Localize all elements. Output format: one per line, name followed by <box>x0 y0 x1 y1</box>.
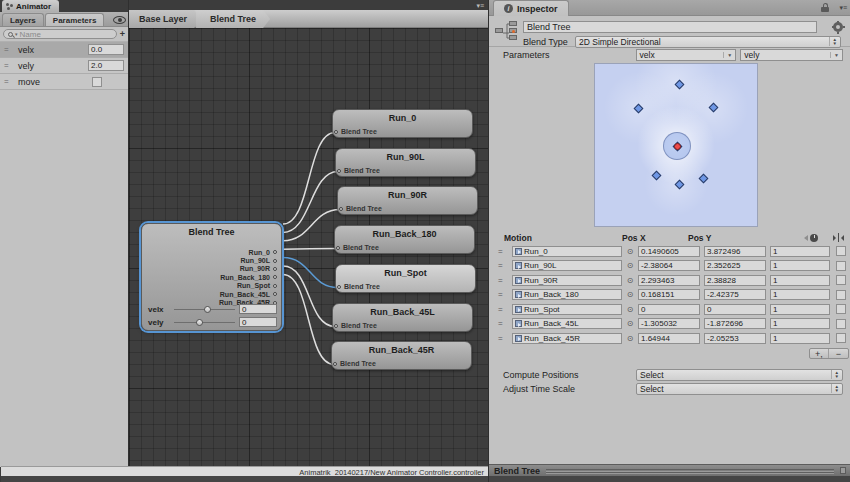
drag-handle-icon[interactable]: = <box>498 319 512 328</box>
mirror-checkbox[interactable] <box>836 290 846 300</box>
motion-clip-field[interactable]: Run_Spot <box>512 304 622 315</box>
node-output-Run_90R[interactable]: Run_90R <box>219 265 277 273</box>
slider-value-field[interactable]: 0 <box>239 304 277 314</box>
drag-handle-icon[interactable]: = <box>498 334 512 343</box>
motion-row-Run_0[interactable]: =Run_0⊙0.14906053.8724961 <box>498 244 849 259</box>
tab-animator[interactable]: Animator <box>2 0 59 12</box>
motion-row-Run_Back_45L[interactable]: =Run_Back_45L⊙-1.305032-1.8726961 <box>498 317 849 332</box>
pos-y-field[interactable]: -2.42375 <box>704 289 766 300</box>
drag-handle-icon[interactable]: = <box>498 247 512 256</box>
mirror-checkbox[interactable] <box>836 246 846 256</box>
panel-menu-icon[interactable]: ▾≡ <box>476 2 484 10</box>
motion-row-Run_Back_45R[interactable]: =Run_Back_45R⊙1.64944-2.052531 <box>498 331 849 346</box>
node-output-Run_Spot[interactable]: Run_Spot <box>219 282 277 290</box>
add-parameter-button[interactable]: + <box>120 29 125 39</box>
preview-header-bar[interactable]: Blend Tree <box>489 464 850 476</box>
blend-point-Run_90R[interactable] <box>709 103 719 113</box>
motion-clip-field[interactable]: Run_Back_45L <box>512 318 622 329</box>
motion-row-Run_90L[interactable]: =Run_90L⊙-2.380642.3526251 <box>498 259 849 274</box>
input-pin-icon[interactable] <box>339 207 343 211</box>
pos-x-field[interactable]: -1.305032 <box>638 318 700 329</box>
pos-y-field[interactable]: -2.05253 <box>704 333 766 344</box>
motion-node-Run_Back_180[interactable]: Run_Back_180Blend Tree <box>334 225 475 254</box>
mirror-checkbox[interactable] <box>836 333 846 343</box>
input-pin-icon[interactable] <box>333 362 337 366</box>
parameter-value-field[interactable]: 2.0 <box>88 60 124 71</box>
pos-x-field[interactable]: 2.293463 <box>638 275 700 286</box>
motion-clip-field[interactable]: Run_90L <box>512 260 622 271</box>
node-output-Run_90L[interactable]: Run_90L <box>219 256 277 264</box>
breadcrumb-blend-tree[interactable]: Blend Tree <box>196 10 270 28</box>
drag-handle-icon[interactable]: = <box>4 77 14 86</box>
motion-node-Run_Spot[interactable]: Run_SpotBlend Tree <box>335 264 476 293</box>
pos-x-field[interactable]: 1.64944 <box>638 333 700 344</box>
object-picker-icon[interactable]: ⊙ <box>622 319 638 328</box>
object-picker-icon[interactable]: ⊙ <box>622 290 638 299</box>
drag-handle-icon[interactable]: = <box>4 61 14 70</box>
tab-parameters[interactable]: Parameters <box>45 13 105 26</box>
motion-clip-field[interactable]: Run_Back_180 <box>512 289 622 300</box>
speed-field[interactable]: 1 <box>770 289 830 300</box>
parameter-y-dropdown[interactable]: vely ▼ <box>740 49 843 61</box>
motion-node-Run_90L[interactable]: Run_90LBlend Tree <box>335 148 476 177</box>
motion-node-Run_0[interactable]: Run_0Blend Tree <box>332 109 473 138</box>
drag-handle-icon[interactable]: = <box>4 45 14 54</box>
drag-handle-icon[interactable]: = <box>498 261 512 270</box>
node-output-Run_Back_45L[interactable]: Run_Back_45L <box>219 290 277 298</box>
input-pin-icon[interactable] <box>334 324 338 328</box>
pos-y-field[interactable]: 0 <box>704 304 766 315</box>
speed-field[interactable]: 1 <box>770 304 830 315</box>
motion-row-Run_90R[interactable]: =Run_90R⊙2.2934632.388281 <box>498 273 849 288</box>
parameter-x-dropdown[interactable]: velx ▼ <box>636 49 737 61</box>
blend-point-Run_Back_45L[interactable] <box>651 171 661 181</box>
pos-x-field[interactable]: -2.38064 <box>638 260 700 271</box>
compute-positions-dropdown[interactable]: Select ▲▼ <box>636 369 843 381</box>
blend-tree-name-field[interactable]: Blend Tree <box>523 21 817 33</box>
mirror-checkbox[interactable] <box>836 304 846 314</box>
mirror-checkbox[interactable] <box>836 261 846 271</box>
output-pin-icon[interactable] <box>273 250 277 254</box>
pos-x-field[interactable]: 0 <box>638 304 700 315</box>
blend-tree-node[interactable]: Blend Tree Run_0Run_90LRun_90RRun_Back_1… <box>141 223 282 331</box>
output-pin-icon[interactable] <box>273 267 277 271</box>
graph-canvas[interactable]: Blend Tree Run_0Run_90LRun_90RRun_Back_1… <box>129 28 489 466</box>
blend-space-preview[interactable] <box>594 63 758 227</box>
tab-layers[interactable]: Layers <box>2 13 44 26</box>
resize-grip-icon[interactable] <box>840 467 846 474</box>
drag-handle-icon[interactable]: = <box>498 305 512 314</box>
input-pin-icon[interactable] <box>334 130 338 134</box>
motion-node-Run_Back_45L[interactable]: Run_Back_45LBlend Tree <box>332 303 473 332</box>
mirror-checkbox[interactable] <box>836 319 846 329</box>
blend-point-Run_Back_45R[interactable] <box>698 174 708 184</box>
node-output-Run_0[interactable]: Run_0 <box>219 248 277 256</box>
motion-row-Run_Back_180[interactable]: =Run_Back_180⊙0.168151-2.423751 <box>498 288 849 303</box>
speed-field[interactable]: 1 <box>770 318 830 329</box>
adjust-time-scale-dropdown[interactable]: Select ▲▼ <box>636 383 843 395</box>
slider-track-velx[interactable] <box>174 305 235 313</box>
output-pin-icon[interactable] <box>273 259 277 263</box>
parameter-row-velx[interactable]: = velx 0.0 <box>0 42 128 58</box>
search-input[interactable]: ▾ Name <box>3 29 117 39</box>
pos-y-field[interactable]: -1.872696 <box>704 318 766 329</box>
tab-inspector[interactable]: i Inspector <box>493 0 569 16</box>
node-output-Run_Back_180[interactable]: Run_Back_180 <box>219 273 277 281</box>
gear-icon[interactable] <box>833 22 843 32</box>
pos-y-field[interactable]: 2.38828 <box>704 275 766 286</box>
panel-menu-icon[interactable]: ▾≡ <box>839 4 847 12</box>
object-picker-icon[interactable]: ⊙ <box>622 305 638 314</box>
motion-node-Run_Back_45R[interactable]: Run_Back_45RBlend Tree <box>331 341 472 370</box>
output-pin-icon[interactable] <box>273 292 277 296</box>
slider-value-field[interactable]: 0 <box>239 317 277 327</box>
add-motion-button[interactable]: +, <box>810 349 829 358</box>
object-picker-icon[interactable]: ⊙ <box>622 334 638 343</box>
speed-field[interactable]: 1 <box>770 246 830 257</box>
remove-motion-button[interactable]: − <box>829 349 848 358</box>
slider-knob[interactable] <box>196 319 203 326</box>
blend-preview-position-dot[interactable] <box>674 143 681 150</box>
pos-x-field[interactable]: 0.1490605 <box>638 246 700 257</box>
lock-icon[interactable] <box>821 3 829 12</box>
motion-clip-field[interactable]: Run_0 <box>512 246 622 257</box>
eye-icon[interactable] <box>113 16 126 24</box>
input-pin-icon[interactable] <box>337 169 341 173</box>
parameter-row-move[interactable]: = move <box>0 74 128 90</box>
